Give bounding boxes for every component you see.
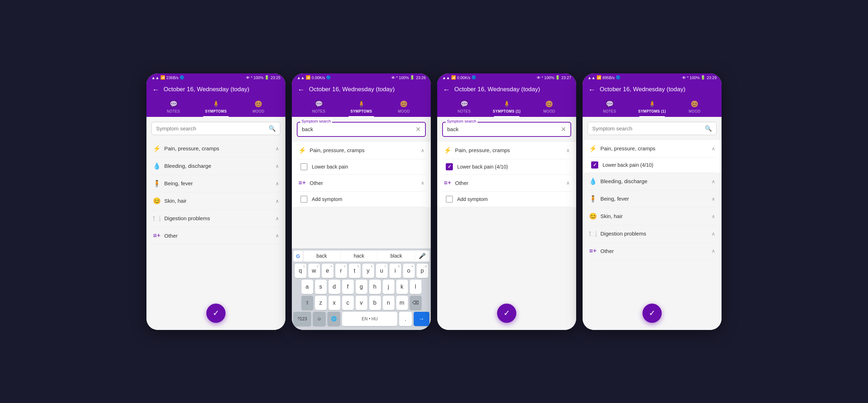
key-l[interactable]: l — [410, 280, 422, 294]
symptom-checkbox[interactable] — [300, 196, 308, 203]
symptom-checkbox[interactable] — [446, 163, 453, 170]
key-a[interactable]: a — [301, 280, 313, 294]
key-action[interactable]: → — [414, 312, 429, 326]
clear-icon[interactable]: ✕ — [561, 125, 566, 133]
key-c[interactable]: c — [342, 296, 354, 310]
key-m[interactable]: m — [396, 296, 408, 310]
fab-button[interactable]: ✓ — [642, 304, 662, 323]
key-d[interactable]: d — [329, 280, 340, 294]
tab-mood[interactable]: 😊 MOOD — [528, 98, 570, 117]
suggestion-item[interactable]: back — [303, 251, 341, 261]
tab-notes[interactable]: 💬 NOTES — [443, 98, 485, 117]
key-b[interactable]: b — [369, 296, 381, 310]
category-item-5[interactable]: ≡+ Other ∧ — [588, 243, 717, 260]
tab-notes[interactable]: 💬 NOTES — [588, 98, 631, 117]
category-header[interactable]: ≡+ Other ∧ — [442, 175, 571, 192]
search-input[interactable] — [156, 125, 266, 131]
tab-symptoms1[interactable]: 🧍 SYMPTOMS (1) — [485, 98, 528, 117]
tab-symptoms[interactable]: 🧍 SYMPTOMS — [195, 98, 237, 117]
category-item-3[interactable]: 😊 Skin, hair ∧ — [151, 192, 280, 210]
cat-label: Other — [455, 180, 469, 186]
category-item-5[interactable]: ≡+ Other ∧ — [151, 227, 280, 244]
mic-icon[interactable]: 🎤 — [415, 251, 429, 261]
symptom-row[interactable]: Add symptom — [442, 192, 571, 207]
key-⇧[interactable]: ⇧ — [301, 296, 313, 310]
cat-icon: 💧 — [153, 162, 161, 170]
key-t[interactable]: t5 — [349, 264, 361, 278]
back-button[interactable]: ← — [443, 86, 450, 94]
tab-mood[interactable]: 😊 MOOD — [383, 98, 425, 117]
back-button[interactable]: ← — [298, 86, 305, 94]
search-bar[interactable]: Symptom search ✕ — [442, 122, 571, 137]
key-emoji[interactable]: ☺ — [313, 312, 326, 326]
chevron-icon: ∧ — [712, 179, 715, 184]
search-input[interactable] — [447, 126, 558, 132]
category-header[interactable]: ⚡ Pain, pressure, cramps ∧ — [442, 142, 571, 159]
key-k[interactable]: k — [396, 280, 408, 294]
key-⌫[interactable]: ⌫ — [410, 296, 422, 310]
key-r[interactable]: r4 — [335, 264, 347, 278]
search-input[interactable] — [302, 126, 413, 132]
key-p[interactable]: p0 — [417, 264, 428, 278]
clear-icon[interactable]: ✕ — [415, 125, 421, 133]
category-item-4[interactable]: 🍽️ Digestion problems ∧ — [588, 225, 717, 243]
cat-label: Other — [164, 233, 178, 239]
tab-notes[interactable]: 💬 NOTES — [152, 98, 195, 117]
key-period[interactable]: . — [399, 312, 412, 326]
search-input[interactable] — [592, 125, 702, 131]
suggestion-item[interactable]: hack — [341, 251, 378, 261]
symptom-row[interactable]: Lower back pain (4/10) — [442, 159, 571, 175]
search-bar[interactable]: 🔍 — [588, 122, 717, 135]
symptom-row[interactable]: Lower back pain — [297, 159, 426, 175]
key-u[interactable]: u7 — [376, 264, 388, 278]
key-w[interactable]: w2 — [308, 264, 320, 278]
key-num[interactable]: ?123 — [293, 312, 311, 326]
key-f[interactable]: f — [342, 280, 354, 294]
category-item-0[interactable]: ⚡ Pain, pressure, cramps ∧ — [151, 140, 280, 157]
fab-button[interactable]: ✓ — [497, 304, 516, 323]
tab-mood[interactable]: 😊 MOOD — [237, 98, 280, 117]
symptom-checkbox[interactable] — [300, 163, 308, 170]
category-item-2[interactable]: 🧍 Being, fever ∧ — [151, 175, 280, 192]
symptom-checkbox[interactable] — [446, 196, 453, 203]
category-item-1[interactable]: 💧 Bleeding, discharge ∧ — [588, 173, 717, 190]
category-item-1[interactable]: 💧 Bleeding, discharge ∧ — [151, 157, 280, 175]
symptom-checkbox[interactable] — [591, 161, 598, 169]
key-y[interactable]: y6 — [362, 264, 374, 278]
key-globe[interactable]: 🌐 — [327, 312, 340, 326]
category-header[interactable]: ≡+ Other ∧ — [297, 175, 426, 192]
category-item-4[interactable]: 🍽️ Digestion problems ∧ — [151, 210, 280, 227]
back-button[interactable]: ← — [152, 86, 159, 94]
search-bar[interactable]: 🔍 — [151, 122, 280, 135]
category-item-3[interactable]: 😊 Skin, hair ∧ — [588, 208, 717, 225]
search-field-label: Symptom search — [446, 119, 477, 123]
key-n[interactable]: n — [383, 296, 394, 310]
key-s[interactable]: s — [315, 280, 327, 294]
key-v[interactable]: v — [356, 296, 367, 310]
key-z[interactable]: z — [315, 296, 327, 310]
google-icon: G — [293, 250, 303, 262]
tab-notes[interactable]: 💬 NOTES — [298, 98, 340, 117]
symptom-row[interactable]: Lower back pain (4/10) — [588, 157, 717, 173]
back-button[interactable]: ← — [588, 86, 595, 94]
fab-button[interactable]: ✓ — [206, 304, 226, 323]
key-j[interactable]: j — [383, 280, 394, 294]
tab-mood[interactable]: 😊 MOOD — [673, 98, 716, 117]
tab-symptoms[interactable]: 🧍 SYMPTOMS — [340, 98, 382, 117]
category-item-2[interactable]: 🧍 Being, fever ∧ — [588, 190, 717, 208]
category-header[interactable]: ⚡ Pain, pressure, cramps ∧ — [588, 140, 717, 157]
category-left: 🍽️ Digestion problems — [153, 215, 210, 222]
search-bar[interactable]: Symptom search ✕ — [297, 122, 426, 137]
key-e[interactable]: e3 — [322, 264, 334, 278]
key-o[interactable]: o9 — [403, 264, 415, 278]
key-g[interactable]: g — [356, 280, 367, 294]
key-space[interactable]: EN • HU — [342, 312, 397, 326]
key-i[interactable]: i8 — [389, 264, 401, 278]
key-h[interactable]: h — [369, 280, 381, 294]
key-q[interactable]: q1 — [295, 264, 306, 278]
key-x[interactable]: x — [329, 296, 340, 310]
tab-symptoms1[interactable]: 🧍 SYMPTOMS (1) — [631, 98, 673, 117]
category-header[interactable]: ⚡ Pain, pressure, cramps ∧ — [297, 142, 426, 159]
suggestion-item[interactable]: black — [378, 251, 415, 261]
symptom-row[interactable]: Add symptom — [297, 192, 426, 207]
